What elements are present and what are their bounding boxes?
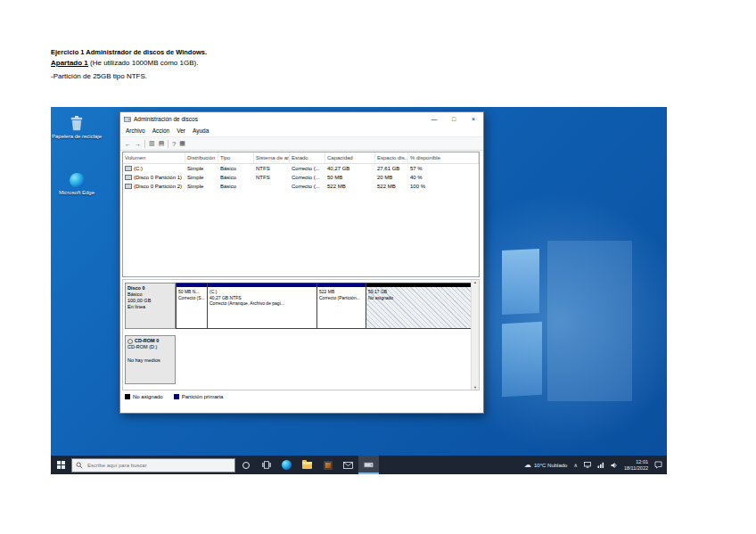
edge-shortcut[interactable]: Microsoft Edge	[51, 173, 103, 196]
volume-capacity: 50 MB	[325, 173, 375, 182]
mail-button[interactable]	[338, 456, 358, 474]
mail-icon	[343, 462, 353, 469]
disk-management-taskbar-button[interactable]	[358, 456, 379, 474]
wallpaper-window-pane	[502, 249, 539, 315]
toolbar-separator	[168, 140, 168, 148]
scroll-up-icon[interactable]: ▲	[473, 280, 477, 284]
windows-desktop-screenshot: Papelera de reciclaje Microsoft Edge Adm…	[51, 107, 667, 474]
edge-icon	[282, 460, 292, 470]
wallpaper-window-pane	[547, 241, 632, 401]
disk-graphical-view: Disco 0 Básico 100,00 GB En línea 50 MB …	[122, 279, 480, 390]
cdrom-drive: CD-ROM (D:)	[127, 344, 173, 350]
back-icon[interactable]: ←	[125, 141, 131, 147]
col-espacio[interactable]: Espacio dis...	[375, 152, 408, 163]
edge-taskbar-button[interactable]	[276, 456, 297, 474]
exercise-subheading: Apartado 1 (He utilizado 1000MB cómo 1GB…	[51, 59, 198, 67]
menu-accion[interactable]: Acción	[149, 126, 174, 136]
graph-scrollbar[interactable]: ▲ ▼	[471, 280, 479, 390]
action-center-button[interactable]	[654, 461, 662, 469]
close-button[interactable]: ×	[464, 112, 483, 126]
task-view-button[interactable]	[256, 456, 276, 474]
cdrom-name: CD-ROM 0	[127, 338, 173, 344]
menu-ayuda[interactable]: Ayuda	[189, 126, 212, 136]
volume-status: Correcto (...	[290, 173, 325, 182]
volume-row-c[interactable]: (C:) Simple Básico NTFS Correcto (... 40…	[123, 164, 479, 173]
tray-status-icon[interactable]	[584, 462, 591, 468]
task-view-icon	[262, 461, 271, 469]
volume-status: Correcto (...	[290, 164, 325, 173]
taskbar-clock[interactable]: 12:01 18/11/2022	[624, 459, 648, 471]
partition-note: -Partición de 25GB tipo NTFS.	[51, 72, 147, 80]
recycle-bin-shortcut[interactable]: Papelera de reciclaje	[51, 114, 103, 140]
help-icon[interactable]: ?	[172, 141, 176, 147]
volume-type: Básico	[218, 173, 254, 182]
legend-unallocated-swatch	[125, 394, 130, 399]
partition-color-band	[208, 283, 316, 287]
volume-free: 522 MB	[375, 182, 408, 191]
cdrom-info-box[interactable]: CD-ROM 0 CD-ROM (D:) No hay medios	[125, 335, 176, 384]
search-icon	[76, 462, 83, 469]
weather-text: 10°C Nublado	[534, 463, 567, 468]
cortana-icon	[242, 462, 250, 469]
col-distribucion[interactable]: Distribución	[185, 152, 218, 163]
disk0-type: Básico	[127, 292, 173, 298]
volume-status: Correcto (...	[290, 182, 325, 191]
volume-icon[interactable]	[611, 462, 618, 469]
volume-capacity: 40,27 GB	[325, 164, 375, 173]
console-tree-icon[interactable]: ▥	[149, 140, 155, 147]
properties-icon[interactable]: ▤	[159, 140, 165, 147]
cortana-button[interactable]	[235, 456, 256, 474]
disk0-partitions: 50 MB N... Correcto (S... (C:) 40,27 GB …	[176, 283, 472, 329]
exercise-heading: Ejercicio 1 Administrador de discos de W…	[51, 48, 207, 56]
volume-free-pct: 40 %	[408, 173, 479, 182]
col-volumen[interactable]: Volumen	[123, 152, 185, 163]
file-explorer-button[interactable]	[297, 456, 317, 474]
cdrom-row: CD-ROM 0 CD-ROM (D:) No hay medios	[125, 335, 176, 384]
partition-recovery[interactable]: 522 MB Correcto (Partición...	[317, 283, 366, 329]
menu-archivo[interactable]: Archivo	[122, 126, 149, 136]
edge-icon	[70, 173, 85, 188]
col-tipo[interactable]: Tipo	[218, 152, 254, 163]
hidden-icons-chevron[interactable]: ∧	[573, 462, 577, 468]
volume-free: 27,61 GB	[375, 164, 408, 173]
weather-widget[interactable]: ☁ 10°C Nublado	[524, 462, 567, 469]
volume-list-header: Volumen Distribución Tipo Sistema de ar.…	[123, 152, 479, 164]
volume-layout: Simple	[185, 182, 218, 191]
drive-icon	[125, 175, 132, 180]
forward-icon[interactable]: →	[135, 141, 141, 147]
taskbar-search[interactable]	[71, 458, 235, 472]
maximize-button[interactable]: □	[444, 112, 464, 126]
view-icon[interactable]: ▦	[179, 140, 185, 147]
volume-row-part2[interactable]: (Disco 0 Partición 2) Simple Básico Corr…	[123, 182, 479, 191]
col-estado[interactable]: Estado	[290, 152, 325, 163]
start-button[interactable]	[51, 456, 71, 474]
title-bar[interactable]: Administración de discos — □ ×	[120, 112, 483, 126]
col-sistema[interactable]: Sistema de ar...	[254, 152, 290, 163]
col-capacidad[interactable]: Capacidad	[325, 152, 375, 163]
action-center-icon	[654, 461, 662, 469]
legend-primary-label: Partición primaria	[182, 394, 224, 399]
network-icon[interactable]	[597, 462, 604, 468]
partition-color-band	[317, 283, 366, 287]
scroll-down-icon[interactable]: ▼	[473, 385, 477, 390]
volume-fs: NTFS	[254, 173, 290, 182]
col-disponible[interactable]: % disponible	[408, 152, 479, 163]
unallocated-space[interactable]: 59,17 GB No asignado	[366, 283, 472, 329]
disk0-info-box[interactable]: Disco 0 Básico 100,00 GB En línea	[125, 283, 176, 329]
legend-primary-swatch	[174, 394, 179, 399]
apartado-label: Apartado 1	[51, 59, 88, 67]
partition-system-reserved[interactable]: 50 MB N... Correcto (S...	[176, 283, 208, 329]
volume-fs: NTFS	[254, 164, 290, 173]
search-input[interactable]	[86, 462, 223, 469]
disk0-size: 100,00 GB	[127, 298, 173, 304]
file-explorer-icon	[302, 462, 312, 469]
menu-ver[interactable]: Ver	[173, 126, 189, 136]
document-page: Ejercicio 1 Administrador de discos de W…	[0, 0, 756, 534]
minimize-button[interactable]: —	[424, 112, 444, 126]
legend-unallocated: No asignado	[125, 394, 163, 399]
pinned-app-button[interactable]	[317, 456, 338, 474]
partition-c[interactable]: (C:) 40,27 GB NTFS Correcto (Arranque, A…	[208, 283, 317, 329]
toolbar: ← → ▥ ▤ ? ▦	[120, 137, 483, 151]
volume-row-part1[interactable]: (Disco 0 Partición 1) Simple Básico NTFS…	[123, 173, 479, 182]
partition-color-band	[177, 283, 207, 287]
